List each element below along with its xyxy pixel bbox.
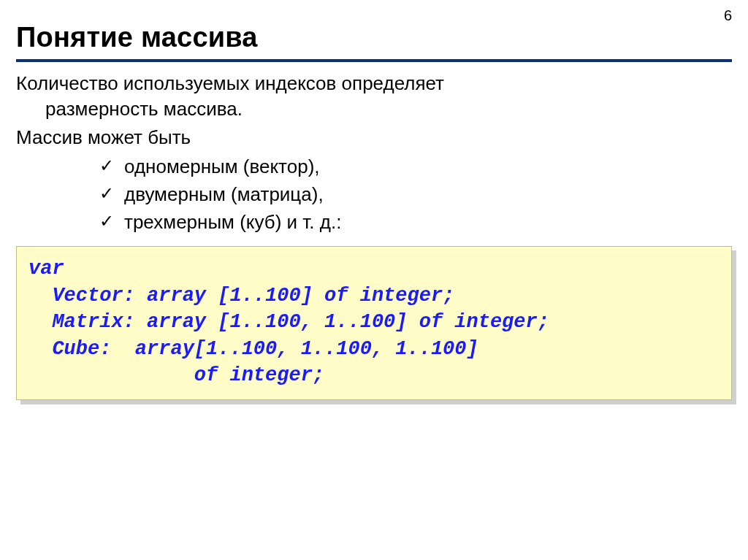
bullet-list: одномерным (вектор), двумерным (матрица)… [16,153,732,236]
paragraph-1-line-2: размерность массива. [45,96,732,122]
list-item: двумерным (матрица), [99,181,732,209]
code-box: var Vector: array [1..100] of integer; M… [16,246,732,399]
code-block: var Vector: array [1..100] of integer; M… [16,246,732,399]
code-line: Matrix: array [1..100, 1..100] of intege… [28,309,720,335]
code-line: of integer; [28,362,720,388]
paragraph-2: Массив может быть [16,125,732,150]
code-line: var [28,256,720,282]
list-item: трехмерным (куб) и т. д.: [99,209,732,237]
slide-title: Понятие массива [16,22,732,53]
paragraph-1-line-1: Количество используемых индексов определ… [16,71,732,96]
title-rule [16,59,732,62]
slide-body: Количество используемых индексов определ… [16,71,732,400]
page-number: 6 [724,7,732,24]
slide: 6 Понятие массива Количество используемы… [0,0,748,560]
code-line: Cube: array[1..100, 1..100, 1..100] [28,336,720,362]
code-line: Vector: array [1..100] of integer; [28,283,720,309]
list-item: одномерным (вектор), [99,153,732,181]
